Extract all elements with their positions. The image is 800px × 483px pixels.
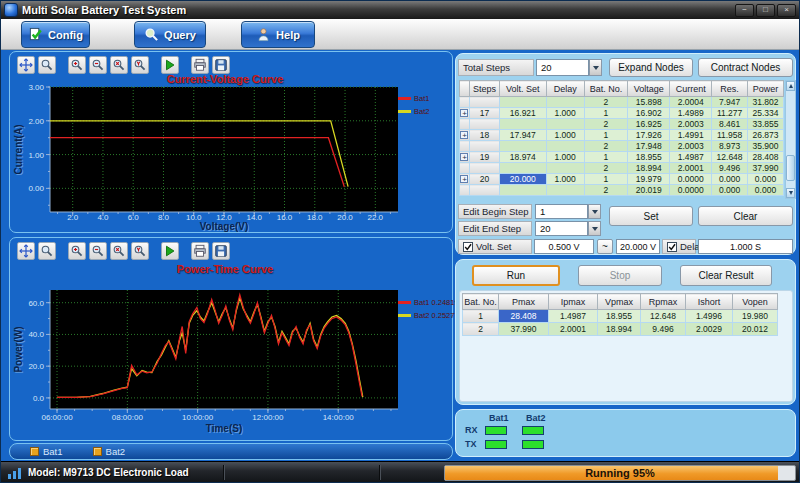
step-cell[interactable] xyxy=(469,185,499,196)
res-cell[interactable]: 8.973 xyxy=(712,141,748,152)
res-cell[interactable]: 7.947 xyxy=(712,97,748,108)
rpmax-cell[interactable]: 12.648 xyxy=(641,310,686,323)
current-cell[interactable]: 1.4987 xyxy=(670,152,712,163)
volt_set-cell[interactable] xyxy=(499,185,546,196)
zoom-in-icon[interactable] xyxy=(68,242,86,260)
voltage-cell[interactable]: 18.955 xyxy=(628,152,670,163)
step-cell[interactable]: 18 xyxy=(469,130,499,141)
voltage-cell[interactable]: 19.979 xyxy=(628,174,670,185)
delay-cell[interactable] xyxy=(546,185,584,196)
vpmax-cell[interactable]: 18.994 xyxy=(598,323,641,336)
volt_set-cell[interactable] xyxy=(499,119,546,130)
ipmax-cell[interactable]: 2.0001 xyxy=(549,323,598,336)
current-cell[interactable]: 1.4989 xyxy=(670,108,712,119)
stop-button[interactable]: Stop xyxy=(578,265,662,286)
expand-nodes-button[interactable]: Expand Nodes xyxy=(609,58,693,77)
delay-cell[interactable] xyxy=(546,163,584,174)
step-cell[interactable]: 17 xyxy=(469,108,499,119)
clear-result-button[interactable]: Clear Result xyxy=(680,265,772,286)
voltage-cell[interactable]: 20.019 xyxy=(628,185,670,196)
tab-bat1[interactable]: Bat1 xyxy=(30,446,63,457)
scroll-down-icon[interactable] xyxy=(786,188,795,198)
step-cell[interactable] xyxy=(469,119,499,130)
power-cell[interactable]: 0.000 xyxy=(748,185,784,196)
volt-max-field[interactable]: 20.000 V xyxy=(616,239,660,254)
maximize-button[interactable]: □ xyxy=(756,4,775,17)
zoom-icon[interactable] xyxy=(38,242,56,260)
delay-field[interactable]: 1.000 S xyxy=(698,239,793,254)
pmax-cell[interactable]: 37.990 xyxy=(499,323,549,336)
volt_set-cell[interactable]: 20.000 xyxy=(499,174,546,185)
delay-cell[interactable] xyxy=(546,119,584,130)
current-cell[interactable]: 2.0003 xyxy=(670,119,712,130)
volt_set-cell[interactable] xyxy=(499,97,546,108)
ishort-cell[interactable]: 1.4996 xyxy=(686,310,733,323)
vopen-cell[interactable]: 19.980 xyxy=(733,310,778,323)
edit-begin-step-dropdown[interactable]: 1 xyxy=(535,204,601,219)
bat_no-cell[interactable]: 2 xyxy=(584,141,628,152)
bat-no-cell[interactable]: 1 xyxy=(463,310,499,323)
play-icon[interactable] xyxy=(161,242,179,260)
current-cell[interactable]: 0.0000 xyxy=(670,185,712,196)
power-cell[interactable]: 0.000 xyxy=(748,174,784,185)
voltage-cell[interactable]: 17.926 xyxy=(628,130,670,141)
res-cell[interactable]: 12.648 xyxy=(712,152,748,163)
volt_set-cell[interactable]: 16.921 xyxy=(499,108,546,119)
power-cell[interactable]: 25.334 xyxy=(748,108,784,119)
help-button[interactable]: Help xyxy=(241,21,315,48)
print-icon[interactable] xyxy=(191,242,209,260)
delay-cell[interactable] xyxy=(546,141,584,152)
bat_no-cell[interactable]: 1 xyxy=(584,152,628,163)
step-cell[interactable] xyxy=(469,97,499,108)
config-button[interactable]: Config xyxy=(21,21,90,48)
play-icon[interactable] xyxy=(161,56,179,74)
voltage-cell[interactable]: 18.994 xyxy=(628,163,670,174)
volt-set-checkbox[interactable]: Volt. Set xyxy=(458,239,532,254)
voltage-cell[interactable]: 17.948 xyxy=(628,141,670,152)
voltage-cell[interactable]: 16.925 xyxy=(628,119,670,130)
expand-icon[interactable]: + xyxy=(460,153,468,161)
zoom-x-icon[interactable] xyxy=(110,56,128,74)
bat_no-cell[interactable]: 1 xyxy=(584,130,628,141)
bat-no-cell[interactable]: 2 xyxy=(463,323,499,336)
current-cell[interactable]: 0.0000 xyxy=(670,174,712,185)
volt_set-cell[interactable]: 17.947 xyxy=(499,130,546,141)
expand-icon[interactable]: + xyxy=(460,175,468,183)
vpmax-cell[interactable]: 18.955 xyxy=(598,310,641,323)
bat_no-cell[interactable]: 2 xyxy=(584,97,628,108)
pan-icon[interactable] xyxy=(17,242,35,260)
clear-button[interactable]: Clear xyxy=(698,206,793,226)
zoom-icon[interactable] xyxy=(38,56,56,74)
save-icon[interactable] xyxy=(212,242,230,260)
volt_set-cell[interactable] xyxy=(499,163,546,174)
vopen-cell[interactable]: 20.012 xyxy=(733,323,778,336)
delay-cell[interactable]: 1.000 xyxy=(546,152,584,163)
current-cell[interactable]: 2.0001 xyxy=(670,163,712,174)
pan-icon[interactable] xyxy=(17,56,35,74)
bat_no-cell[interactable]: 1 xyxy=(584,108,628,119)
power-cell[interactable]: 35.900 xyxy=(748,141,784,152)
bat_no-cell[interactable]: 2 xyxy=(584,119,628,130)
res-cell[interactable]: 0.000 xyxy=(712,185,748,196)
power-cell[interactable]: 37.990 xyxy=(748,163,784,174)
rpmax-cell[interactable]: 9.496 xyxy=(641,323,686,336)
volt-min-field[interactable]: 0.500 V xyxy=(534,239,594,254)
volt_set-cell[interactable] xyxy=(499,141,546,152)
scroll-up-icon[interactable] xyxy=(786,81,795,91)
zoom-y-icon[interactable] xyxy=(131,56,149,74)
save-icon[interactable] xyxy=(212,56,230,74)
bat_no-cell[interactable]: 1 xyxy=(584,174,628,185)
volt_set-cell[interactable]: 18.974 xyxy=(499,152,546,163)
tab-bat2[interactable]: Bat2 xyxy=(93,446,126,457)
delay-checkbox[interactable]: Delay xyxy=(662,239,696,254)
power-cell[interactable]: 26.873 xyxy=(748,130,784,141)
scrollbar-thumb[interactable] xyxy=(786,155,795,181)
close-button[interactable]: × xyxy=(777,4,796,17)
bat_no-cell[interactable]: 2 xyxy=(584,185,628,196)
voltage-cell[interactable]: 16.902 xyxy=(628,108,670,119)
voltage-cell[interactable]: 15.898 xyxy=(628,97,670,108)
edit-end-dropdown-button[interactable] xyxy=(588,221,601,236)
res-cell[interactable]: 0.000 xyxy=(712,174,748,185)
query-button[interactable]: Query xyxy=(134,21,206,48)
total-steps-dropdown[interactable]: 20 xyxy=(536,59,602,76)
